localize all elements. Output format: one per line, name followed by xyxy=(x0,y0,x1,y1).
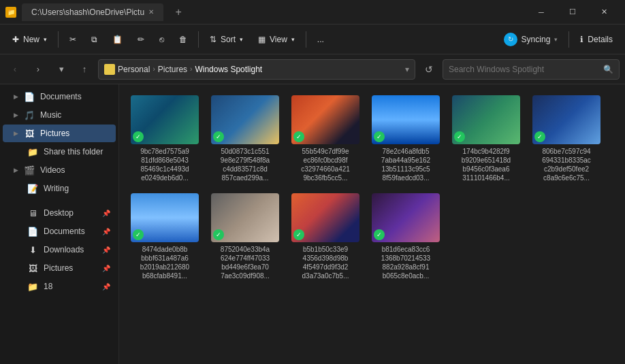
file-thumbnail: ✓ xyxy=(131,95,199,144)
folder-icon xyxy=(104,64,115,75)
title-bar: 📁 C:\Users\shash\OneDrive\Pictu ✕ + ─ ☐ … xyxy=(0,0,625,24)
expand-arrow-music: ▶ xyxy=(14,112,18,118)
sidebar-item-videos[interactable]: ▶ 🎬 Videos xyxy=(3,161,116,179)
current-tab[interactable]: C:\Users\shash\OneDrive\Pictu ✕ xyxy=(22,3,163,21)
address-bar: ‹ › ▾ ↑ Personal › Pictures › Windows Sp… xyxy=(0,54,625,84)
list-item[interactable]: ✓ 9bc78ed7575a981dfd868e504385469c1c4493… xyxy=(127,93,202,185)
share-button[interactable]: ⎋ xyxy=(153,29,171,50)
file-thumbnail: ✓ xyxy=(452,95,520,144)
sync-check: ✓ xyxy=(133,229,144,240)
sidebar-item-music[interactable]: ▶ 🎵 Music xyxy=(3,106,116,124)
sidebar-label-18: 18 xyxy=(44,282,52,291)
paste-button[interactable]: 📋 xyxy=(106,29,129,50)
paste-icon: 📋 xyxy=(112,35,123,44)
details-button[interactable]: ℹ Details xyxy=(573,29,620,50)
app-icon: 📁 xyxy=(5,7,16,18)
videos-icon: 🎬 xyxy=(24,165,35,176)
more-button[interactable]: ... xyxy=(310,29,331,50)
sidebar-item-18[interactable]: 📁 18 📌 xyxy=(3,278,116,295)
desktop-icon: 🖥 xyxy=(27,208,38,218)
sidebar-item-share-folder[interactable]: 📁 Share this folder xyxy=(3,143,116,161)
sidebar: ▶ 📄 Documents ▶ 🎵 Music ▶ 🖼 Pictures 📁 S… xyxy=(0,84,119,364)
details-label: Details xyxy=(588,35,613,44)
sort-button[interactable]: ⇅ Sort ▾ xyxy=(203,29,250,50)
up-button[interactable]: ↑ xyxy=(75,60,94,79)
separator-2 xyxy=(198,31,199,48)
window-controls: ─ ☐ ✕ xyxy=(526,0,620,24)
tab-title: C:\Users\shash\OneDrive\Pictu xyxy=(31,7,144,17)
minimize-button[interactable]: ─ xyxy=(526,0,557,24)
documents-bottom-icon: 📄 xyxy=(27,226,38,237)
close-button[interactable]: ✕ xyxy=(588,0,620,24)
new-tab-button[interactable]: + xyxy=(169,3,188,22)
new-dropdown-icon: ▾ xyxy=(44,36,47,43)
downloads-icon: ⬇ xyxy=(27,244,38,255)
file-name: 78e2c46a8fdb57aba44a95e16213b51113c95c58… xyxy=(381,147,430,182)
file-thumbnail: ✓ xyxy=(532,95,600,144)
folder-18-icon: 📁 xyxy=(27,281,38,292)
file-thumbnail: ✓ xyxy=(291,95,359,144)
sidebar-item-documents-top[interactable]: ▶ 📄 Documents xyxy=(3,88,116,105)
breadcrumb-pictures: Pictures xyxy=(158,65,187,74)
sidebar-item-pictures-bottom[interactable]: 🖼 Pictures 📌 xyxy=(3,259,116,277)
copy-icon: ⧉ xyxy=(91,35,97,44)
search-box[interactable]: 🔍 xyxy=(443,59,620,80)
view-icon: ▦ xyxy=(258,35,266,44)
list-item[interactable]: ✓ 78e2c46a8fdb57aba44a95e16213b51113c95c… xyxy=(368,93,443,185)
rename-button[interactable]: ✏ xyxy=(131,29,151,50)
copy-button[interactable]: ⧉ xyxy=(84,29,104,50)
search-icon: 🔍 xyxy=(603,65,613,74)
writing-icon: 📝 xyxy=(27,183,38,194)
list-item[interactable]: ✓ 174bc9b4282f9b9209e651418db9456c0f3aea… xyxy=(449,93,524,185)
syncing-button[interactable]: ↻ Syncing ▾ xyxy=(497,29,565,50)
file-name: 8474dade0b8bbbbf631a487a6b2019ab212680b6… xyxy=(140,245,189,280)
sidebar-label-documents-bottom: Documents xyxy=(44,227,85,236)
sync-check: ✓ xyxy=(293,229,304,240)
search-input[interactable] xyxy=(449,65,599,74)
cut-button[interactable]: ✂ xyxy=(63,29,83,50)
file-thumbnail: ✓ xyxy=(372,95,440,144)
list-item[interactable]: ✓ 55b549c7df99eec86fc0bcd98fc32974660a42… xyxy=(288,93,363,185)
expand-arrow-videos: ▶ xyxy=(14,167,18,173)
delete-button[interactable]: 🗑 xyxy=(172,29,194,50)
sidebar-item-downloads[interactable]: ⬇ Downloads 📌 xyxy=(3,241,116,259)
list-item[interactable]: ✓ b81d6eca83cc61368b70214533882a928a8cf9… xyxy=(368,191,443,283)
separator-4 xyxy=(568,31,569,48)
view-label: View xyxy=(270,35,287,44)
pin-icon-docs: 📌 xyxy=(102,228,110,235)
recent-locations-button[interactable]: ▾ xyxy=(52,60,71,79)
list-item[interactable]: ✓ 806be7c597c94694331b8335acc2b9def50fee… xyxy=(529,93,604,185)
list-item[interactable]: ✓ 8752040e33b4a624e774ff47033bd449e6f3ea… xyxy=(208,191,283,283)
forward-button[interactable]: › xyxy=(29,60,48,79)
sidebar-item-writing[interactable]: 📝 Writing xyxy=(3,180,116,197)
view-button[interactable]: ▦ View ▾ xyxy=(251,29,302,50)
delete-icon: 🗑 xyxy=(179,35,187,44)
breadcrumb-personal: Personal xyxy=(118,65,150,74)
breadcrumb-sep-2: › xyxy=(190,65,192,73)
file-area: ✓ 9bc78ed7575a981dfd868e504385469c1c4493… xyxy=(119,84,625,364)
pin-icon-downloads: 📌 xyxy=(102,246,110,254)
separator-3 xyxy=(306,31,306,48)
tab-close-btn[interactable]: ✕ xyxy=(148,8,154,16)
file-thumbnail: ✓ xyxy=(291,193,359,242)
list-item[interactable]: ✓ 50d0873c1c5519e8e279f548f8ac4dd83571c8… xyxy=(208,93,283,185)
list-item[interactable]: ✓ 8474dade0b8bbbbf631a487a6b2019ab212680… xyxy=(127,191,202,283)
sidebar-item-desktop[interactable]: 🖥 Desktop 📌 xyxy=(3,204,116,222)
syncing-label: Syncing xyxy=(522,35,551,44)
sidebar-label-music: Music xyxy=(40,110,61,120)
file-name: b5b1b50c33e94356d398d98b4f5497dd9f3d2d3a… xyxy=(302,245,349,280)
pin-icon-18: 📌 xyxy=(102,283,110,291)
maximize-button[interactable]: ☐ xyxy=(557,0,588,24)
file-thumbnail: ✓ xyxy=(131,193,199,242)
music-icon: 🎵 xyxy=(24,110,35,120)
new-button[interactable]: ✚ New ▾ xyxy=(5,29,54,50)
documents-icon: 📄 xyxy=(24,91,35,102)
breadcrumb[interactable]: Personal › Pictures › Windows Spotlight … xyxy=(98,59,415,80)
sidebar-item-documents-bottom[interactable]: 📄 Documents 📌 xyxy=(3,222,116,240)
sidebar-label-documents-top: Documents xyxy=(40,92,82,101)
sidebar-item-pictures[interactable]: ▶ 🖼 Pictures xyxy=(3,125,116,142)
refresh-button[interactable]: ↺ xyxy=(419,60,438,79)
back-button[interactable]: ‹ xyxy=(5,60,25,79)
list-item[interactable]: ✓ b5b1b50c33e94356d398d98b4f5497dd9f3d2d… xyxy=(288,191,363,283)
new-label: New xyxy=(23,35,39,44)
